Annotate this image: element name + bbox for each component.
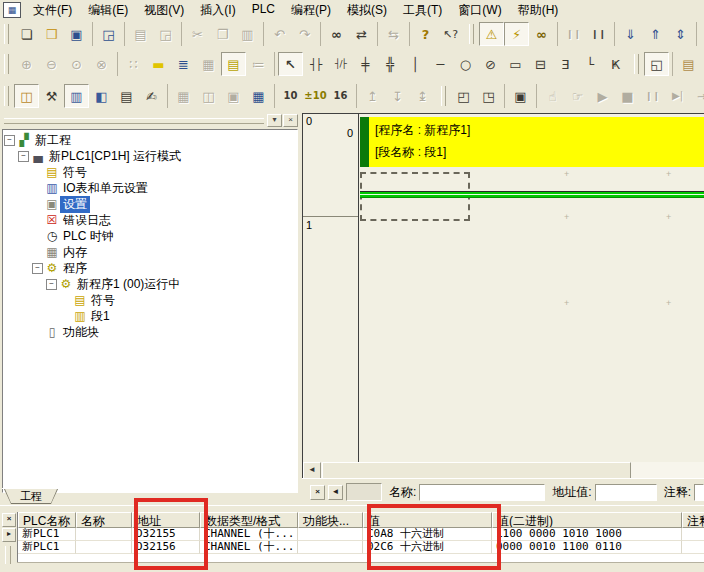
instruction-button[interactable] [503, 52, 528, 76]
monitor-button[interactable] [529, 22, 554, 46]
expander-icon[interactable] [17, 151, 30, 162]
save-file-button[interactable] [64, 22, 89, 46]
watch-col-header[interactable]: 值(二进制) [492, 512, 682, 528]
fb-instance-button[interactable] [196, 84, 221, 108]
monitor-signed-button[interactable] [303, 84, 328, 108]
name-field[interactable] [419, 484, 545, 501]
print-preview-button[interactable] [153, 22, 178, 46]
watch-cell[interactable] [298, 541, 363, 554]
menu-window[interactable]: 窗口(W) [450, 0, 509, 21]
coil-button[interactable] [453, 52, 478, 76]
watch-cell[interactable] [76, 528, 132, 541]
menu-plc[interactable]: PLC [244, 0, 283, 21]
watch-cell[interactable]: C0A8 十六进制 [363, 528, 492, 541]
watch-cell[interactable] [682, 541, 704, 554]
monitor-window-button[interactable] [196, 52, 221, 76]
rung-annotation-button[interactable] [171, 52, 196, 76]
symbol-table-button[interactable] [221, 52, 246, 76]
watch-cell[interactable] [76, 541, 132, 554]
child-window-icon[interactable]: ▦ [3, 2, 21, 18]
sim-step-in-button[interactable] [690, 84, 704, 108]
menu-simulation[interactable]: 模拟(S) [339, 0, 395, 21]
sim-window-1-button[interactable] [451, 84, 476, 108]
pause-monitor-button[interactable] [561, 22, 586, 46]
sim-online-button[interactable] [540, 84, 565, 108]
watch-col-header[interactable]: PLC名称 [18, 512, 76, 528]
output-window-button[interactable] [114, 84, 139, 108]
monitor-decimal-button[interactable] [278, 84, 303, 108]
plc-verify-button[interactable] [381, 22, 406, 46]
watch-cell[interactable] [298, 528, 363, 541]
watch-col-header[interactable]: 值 [363, 512, 492, 528]
local-hierarchy-button[interactable] [246, 52, 271, 76]
menu-view[interactable]: 视图(V) [136, 0, 192, 21]
sim-window-2-button[interactable] [476, 84, 501, 108]
line-remove-button[interactable] [603, 52, 628, 76]
new-file-button[interactable] [14, 22, 39, 46]
sim-mode-button[interactable] [565, 84, 590, 108]
watch-cell[interactable]: 新PLC1 [18, 528, 76, 541]
undo-button[interactable] [267, 22, 292, 46]
expander-icon[interactable] [3, 135, 16, 146]
help-button[interactable] [413, 22, 438, 46]
ladder-diagram[interactable]: 0 0 1 [程序名 : 新程序1] [段名称 : 段1] [302, 113, 704, 463]
tree-item-function-blocks[interactable]: 功能块 [3, 324, 297, 340]
monitor-run-button[interactable] [644, 52, 669, 76]
menu-tools[interactable]: 工具(T) [395, 0, 450, 21]
work-online-button[interactable] [504, 22, 529, 46]
redo-button[interactable] [292, 22, 317, 46]
or-contact-no-button[interactable] [353, 52, 378, 76]
zoom-out-button[interactable] [39, 52, 64, 76]
fb-library-button[interactable] [171, 84, 196, 108]
tree-close-button[interactable]: × [283, 114, 298, 127]
file-compare-button[interactable] [676, 52, 701, 76]
tree-item-program-symbols[interactable]: 符号 [3, 292, 297, 308]
tree-item-memory[interactable]: 内存 [3, 244, 297, 260]
tree-item-new-project[interactable]: 新工程 [3, 132, 297, 148]
symbol-bar-collapse-button[interactable]: ◄ [328, 485, 343, 500]
instruction-nc-button[interactable] [528, 52, 553, 76]
project-tab[interactable]: 工程 [4, 489, 58, 504]
tree-item-symbols[interactable]: 符号 [3, 164, 297, 180]
watch-cell[interactable]: CHANNEL (十... [200, 541, 298, 554]
watch-cell[interactable]: D32156 [132, 541, 200, 554]
watch-col-header[interactable]: 功能块... [298, 512, 363, 528]
watch-cell[interactable]: 02C6 十六进制 [363, 541, 492, 554]
menu-help[interactable]: 帮助(H) [510, 0, 567, 21]
sim-play-button[interactable] [590, 84, 615, 108]
monitor-hex-button[interactable] [328, 84, 353, 108]
zoom-in-button[interactable] [14, 52, 39, 76]
cross-reference-button[interactable] [89, 84, 114, 108]
comment-button[interactable] [146, 52, 171, 76]
goto-prev-button[interactable] [360, 84, 385, 108]
tree-item-new-program1[interactable]: 新程序1 (00)运行中 [3, 276, 297, 292]
watch-window-button[interactable] [64, 84, 89, 108]
sim-step-button[interactable] [665, 84, 690, 108]
pause-mode-button[interactable] [586, 22, 611, 46]
watch-cell[interactable]: D32155 [132, 528, 200, 541]
fb-view-button[interactable] [221, 84, 246, 108]
watch-cell[interactable]: 新PLC1 [18, 541, 76, 554]
tree-item-settings[interactable]: 设置 [3, 196, 297, 212]
address-reference-button[interactable] [139, 84, 164, 108]
menu-insert[interactable]: 插入(I) [192, 0, 243, 21]
watch-close-button[interactable]: × [2, 513, 16, 527]
compare-with-plc-button[interactable] [668, 22, 693, 46]
line-connect-button[interactable] [578, 52, 603, 76]
upload-from-plc-button[interactable] [643, 22, 668, 46]
goto-io-button[interactable] [410, 84, 435, 108]
or-contact-nc-button[interactable] [378, 52, 403, 76]
select-mode-button[interactable] [278, 52, 303, 76]
tree-dropdown-button[interactable]: ▾ [267, 114, 282, 127]
contact-nc-button[interactable] [328, 52, 353, 76]
project-window-button[interactable] [14, 84, 39, 108]
paste-button[interactable] [235, 22, 260, 46]
symbol-bar-close-button[interactable]: × [310, 485, 325, 500]
panel-grip[interactable] [4, 118, 264, 124]
replace-button[interactable] [349, 22, 374, 46]
coil-nc-button[interactable] [478, 52, 503, 76]
tree-item-error-log[interactable]: 错误日志 [3, 212, 297, 228]
menu-program[interactable]: 编程(P) [283, 0, 339, 21]
grid-button[interactable] [121, 52, 146, 76]
watch-cell[interactable]: 0000 0010 1100 0110 [492, 541, 682, 554]
